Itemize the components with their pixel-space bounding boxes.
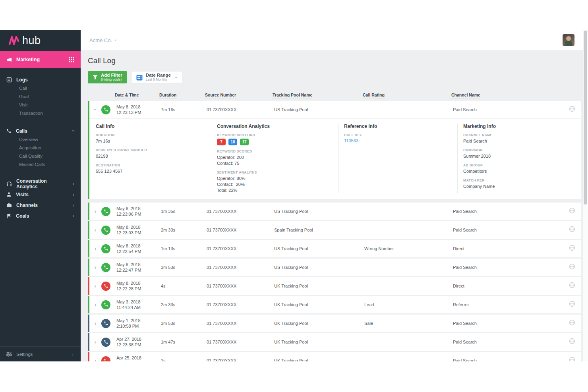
- marketing-info-title: Marketing Info: [463, 124, 574, 129]
- sidebar-section-marketing[interactable]: Marketing: [0, 51, 81, 68]
- chevron-down-icon: ›: [174, 77, 179, 78]
- expand-chevron-icon[interactable]: ›: [89, 227, 101, 233]
- table-row[interactable]: › May 1, 20182:10:58 PM 3m 53s 01 73700X…: [88, 315, 581, 332]
- duration-cell: 1s: [161, 358, 207, 361]
- globe-icon[interactable]: [569, 357, 575, 361]
- expand-chevron-icon[interactable]: ›: [89, 283, 101, 289]
- tracking-pool-cell: US Tracking Pool: [274, 107, 364, 112]
- sidebar-item-missed-calls[interactable]: Missed Calls: [19, 160, 81, 169]
- collapse-arrow-icon[interactable]: →: [69, 351, 74, 357]
- globe-icon[interactable]: [569, 338, 575, 346]
- sidebar-item-visit[interactable]: Visit: [19, 101, 81, 109]
- call-detail-panel: Call Info DURATION 7m 16s DISPLAYED PHON…: [89, 118, 581, 199]
- expand-chevron-icon[interactable]: ›: [89, 339, 101, 345]
- sidebar-item-visits[interactable]: Visits ›: [0, 189, 81, 200]
- table-row[interactable]: › May 3, 201811:44:24 AM 2m 33s 01 73700…: [88, 296, 581, 313]
- table-row[interactable]: › May 8, 201812:22:28 PM 4s 01 73700XXXX…: [88, 277, 581, 295]
- logo[interactable]: hub: [0, 30, 81, 51]
- keyword-badge-blue: 10: [228, 139, 237, 145]
- duration-cell: 7m 16s: [161, 107, 207, 112]
- column-duration[interactable]: Duration: [159, 93, 205, 97]
- sidebar-nav: Logs Call Goal Visit Transaction Calls ›: [0, 68, 81, 346]
- expand-chevron-icon[interactable]: ›: [89, 357, 101, 361]
- globe-icon[interactable]: [569, 245, 575, 253]
- scrollbar-thumb[interactable]: [584, 31, 587, 205]
- table-row[interactable]: › May 8, 201812:22:54 PM 1m 13s 01 73700…: [88, 240, 581, 257]
- logs-icon: [6, 77, 12, 83]
- sidebar-item-call[interactable]: Call: [19, 84, 81, 93]
- globe-icon[interactable]: [569, 106, 575, 114]
- source-number-cell: 01 73700XXXX: [207, 284, 274, 288]
- sidebar-item-call-quality[interactable]: Call Quality: [19, 152, 81, 160]
- column-tracking-pool[interactable]: Tracking Pool Name: [273, 93, 363, 97]
- column-channel-name[interactable]: Channel Name: [451, 93, 551, 97]
- apps-grid-icon[interactable]: [69, 57, 74, 62]
- channels-label: Channels: [16, 203, 68, 208]
- table-row[interactable]: › May 8, 201812:23:03 PM 2m 33s 01 73700…: [88, 221, 581, 239]
- rows-list: › May 8, 201812:23:06 PM 1m 35s 01 73700…: [88, 203, 581, 361]
- expand-chevron-icon[interactable]: ›: [89, 301, 101, 308]
- expand-chevron-icon[interactable]: ›: [89, 320, 101, 326]
- sidebar-item-calls[interactable]: Calls ›: [0, 126, 81, 135]
- expand-chevron-icon[interactable]: ›: [89, 264, 101, 270]
- sidebar-item-overview[interactable]: Overview: [19, 135, 81, 144]
- call-ref-link[interactable]: 110563: [344, 138, 450, 143]
- tracking-pool-cell: UK Tracking Pool: [274, 321, 364, 326]
- call-rating-cell: Sale: [364, 321, 453, 326]
- duration-cell: 1m 47s: [161, 340, 207, 344]
- sidebar-item-acquisition[interactable]: Acquisition: [19, 144, 81, 152]
- table-row[interactable]: › Apr 25, 20184:38:01 PM 1s 01 73700XXXX…: [88, 352, 581, 361]
- table-row[interactable]: › May 8, 201812:23:13 PM 7m 16s 01 73700…: [89, 101, 581, 118]
- sidebar-item-transaction[interactable]: Transaction: [19, 109, 81, 118]
- sidebar-item-channels[interactable]: Channels ›: [0, 200, 81, 210]
- expand-chevron-icon[interactable]: ›: [89, 245, 101, 252]
- visits-label: Visits: [16, 192, 68, 197]
- globe-icon[interactable]: [569, 282, 575, 290]
- sidebar-item-logs[interactable]: Logs: [0, 75, 81, 84]
- campaign-label: CAMPAIGN: [463, 148, 574, 152]
- date-range-button[interactable]: Date Range Last 6 Months ›: [131, 71, 182, 83]
- duration-cell: 3m 53s: [161, 321, 207, 326]
- expand-chevron-icon[interactable]: ›: [89, 208, 101, 214]
- channel-name-cell: Referrer: [453, 302, 552, 307]
- call-direction-icon: [101, 105, 110, 114]
- table-row[interactable]: › May 8, 201812:22:47 PM 3m 53s 01 73700…: [88, 259, 581, 276]
- sidebar-item-conversation-analytics[interactable]: Conversation Analytics ›: [0, 178, 81, 189]
- avatar[interactable]: [563, 34, 574, 46]
- duration-cell: 2m 33s: [161, 228, 207, 232]
- globe-icon[interactable]: [569, 263, 575, 271]
- call-direction-icon: [101, 226, 110, 235]
- account-switcher[interactable]: Acme Co. ›: [89, 37, 116, 43]
- scrollbar: [583, 30, 588, 361]
- tracking-pool-cell: UK Tracking Pool: [274, 284, 364, 288]
- channel-name-cell: Paid Search: [453, 340, 552, 344]
- call-rating-cell: Lead: [364, 302, 453, 307]
- expand-chevron-icon[interactable]: ›: [89, 106, 101, 113]
- tracking-pool-cell: US Tracking Pool: [274, 209, 364, 214]
- add-filter-button[interactable]: Add Filter (Hiding voids): [88, 71, 127, 83]
- keyword-badge-green: 17: [240, 139, 249, 145]
- destination-label: DESTINATION: [96, 163, 210, 167]
- keyword-badges: 7 10 17: [217, 139, 331, 145]
- column-call-rating[interactable]: Call Rating: [363, 93, 451, 97]
- globe-icon[interactable]: [569, 301, 575, 309]
- content-area: Call Log Add Filter (Hiding voids): [81, 51, 588, 361]
- globe-icon[interactable]: [569, 319, 575, 327]
- globe-icon[interactable]: [569, 207, 575, 215]
- column-date-time[interactable]: Date & Time: [115, 93, 159, 97]
- source-number-cell: 01 73700XXXX: [207, 228, 274, 232]
- channel-name-cell: Direct: [453, 284, 552, 288]
- add-filter-sublabel: (Hiding voids): [101, 78, 122, 82]
- call-log-table-body: › May 8, 201812:23:13 PM 7m 16s 01 73700…: [88, 101, 581, 361]
- date-time-cell: May 8, 201812:22:28 PM: [116, 280, 161, 292]
- table-row[interactable]: › May 8, 201812:23:06 PM 1m 35s 01 73700…: [88, 203, 581, 220]
- globe-icon[interactable]: [569, 226, 575, 234]
- sidebar-item-goals[interactable]: Goals ›: [0, 210, 81, 221]
- sidebar-item-settings[interactable]: Settings →: [0, 346, 81, 361]
- expanded-row-group: › May 8, 201812:23:13 PM 7m 16s 01 73700…: [88, 101, 581, 199]
- table-row[interactable]: › Apr 27, 201812:23:38 PM 1m 47s 01 7370…: [88, 333, 581, 351]
- headset-icon: [6, 181, 12, 187]
- sidebar-item-goal[interactable]: Goal: [19, 93, 81, 101]
- date-time-cell: May 8, 201812:23:06 PM: [116, 206, 161, 217]
- column-source-number[interactable]: Source Number: [205, 93, 273, 97]
